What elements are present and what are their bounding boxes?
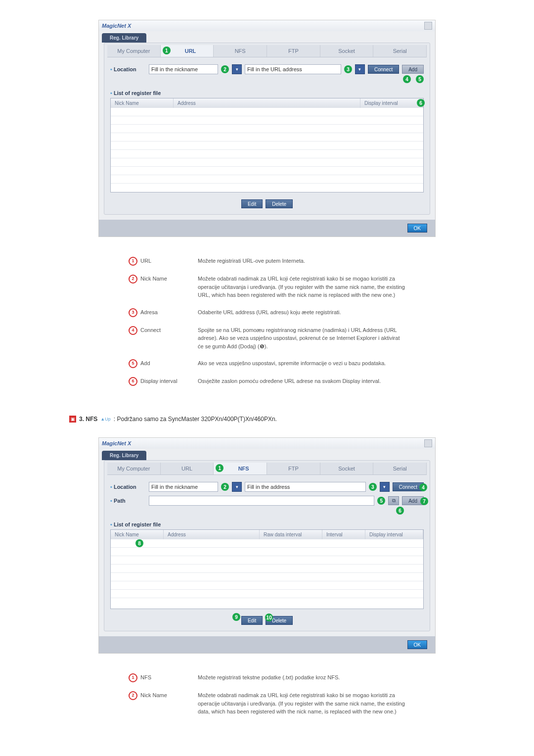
- tab-ftp[interactable]: FTP: [267, 463, 320, 474]
- table-row[interactable]: [111, 556, 423, 565]
- address-dropdown[interactable]: ▾: [380, 482, 390, 492]
- address-input[interactable]: [245, 482, 366, 492]
- term-nickname: Nick Name: [140, 691, 167, 700]
- bullet-3-icon: 3: [129, 308, 137, 317]
- ok-button[interactable]: OK: [407, 224, 427, 233]
- connect-button[interactable]: Connect: [368, 65, 399, 74]
- connect-button-label: Connect: [399, 484, 417, 490]
- desc-url: 1URL Možete registrirati URL-ove putem I…: [129, 257, 405, 266]
- text-nfs: Možete registrirati tekstne podatke (.tx…: [198, 673, 340, 682]
- text-add: Ako se veza uspješno uspostavi, spremite…: [198, 359, 386, 368]
- url-input[interactable]: [245, 64, 341, 74]
- table-row[interactable]: [111, 108, 423, 116]
- table-row[interactable]: [111, 125, 423, 133]
- nickname-input[interactable]: [149, 482, 218, 492]
- tab-serial[interactable]: Serial: [373, 463, 427, 474]
- url-dropdown[interactable]: ▾: [355, 64, 365, 74]
- table-row[interactable]: 8: [111, 539, 423, 548]
- list-header-label: List of register file: [110, 521, 424, 527]
- table-row[interactable]: [111, 573, 423, 581]
- tab-serial[interactable]: Serial: [373, 45, 427, 57]
- add-button[interactable]: Add: [402, 65, 424, 74]
- callout-9: 9: [232, 613, 240, 621]
- tab-my-computer[interactable]: My Computer: [107, 463, 161, 474]
- nickname-dropdown[interactable]: ▾: [232, 64, 242, 74]
- tab-nfs-label: NFS: [238, 466, 249, 472]
- text-display-interval: Osvježite zaslon pomoću određene URL adr…: [198, 377, 381, 386]
- table-row[interactable]: [111, 590, 423, 598]
- path-label: Path: [110, 498, 146, 504]
- text-adresa: Odaberite URL address (URL adresu) koju …: [198, 308, 341, 317]
- table-row[interactable]: [111, 175, 423, 184]
- reg-library-tab[interactable]: Reg. Library: [102, 451, 146, 460]
- connect-button[interactable]: Connect 4: [393, 482, 424, 491]
- table-head: Nick Name Address Display interval 6: [111, 98, 423, 108]
- list-header-label: List of register file: [110, 90, 424, 96]
- nickname-dropdown[interactable]: ▾: [232, 482, 242, 492]
- term-connect: Connect: [140, 326, 161, 334]
- col-address: Address: [174, 98, 360, 108]
- callout-8: 8: [135, 539, 143, 547]
- tab-my-computer[interactable]: My Computer: [107, 45, 161, 57]
- table-row[interactable]: [111, 565, 423, 573]
- path-input[interactable]: [149, 496, 374, 506]
- tab-nfs[interactable]: NFS: [214, 45, 267, 57]
- add-button-label: Add: [408, 67, 417, 72]
- callout-5: 5: [377, 497, 385, 505]
- tab-url[interactable]: URL: [161, 463, 214, 474]
- callout-row-6: 6: [104, 505, 430, 517]
- bullet-2-icon: 2: [129, 691, 137, 700]
- browse-button[interactable]: ⧉: [388, 496, 399, 505]
- table-row[interactable]: [111, 158, 423, 167]
- col-raw-interval: Raw data interval: [260, 530, 322, 539]
- minimize-button[interactable]: [424, 22, 432, 30]
- edit-button[interactable]: Edit: [241, 199, 263, 208]
- col-nickname: Nick Name: [111, 530, 164, 539]
- callout-3: 3: [344, 65, 352, 73]
- main-panel: My Computer 1 URL NFS FTP Socket Serial …: [104, 43, 430, 215]
- nickname-input[interactable]: [149, 64, 218, 74]
- tab-nfs[interactable]: 1 NFS: [214, 463, 267, 474]
- table-row[interactable]: [111, 142, 423, 150]
- table-row[interactable]: [111, 150, 423, 158]
- delete-button[interactable]: Delete: [266, 199, 293, 208]
- ok-row: OK: [99, 636, 435, 653]
- source-tabs: My Computer 1 URL NFS FTP Socket Serial: [107, 45, 427, 57]
- app-title: MagicNet X: [102, 23, 131, 29]
- delete-button[interactable]: Delete 10: [266, 616, 293, 625]
- up-link[interactable]: ▲Up: [100, 417, 110, 422]
- section-number-icon: ▣: [69, 416, 76, 423]
- callout-2: 2: [221, 483, 229, 491]
- term-nfs: NFS: [140, 673, 151, 682]
- col-display-interval-label: Display interval: [364, 100, 398, 106]
- bullet-6-icon: 6: [129, 377, 137, 386]
- location-label: Location: [110, 66, 146, 72]
- col-display-interval: Display interval 6: [360, 98, 423, 108]
- table-row[interactable]: [111, 548, 423, 556]
- titlebar: MagicNet X: [99, 20, 435, 31]
- location-row: Location 2 ▾ 3 ▾ Connect 4: [104, 480, 430, 494]
- table-row[interactable]: [111, 581, 423, 590]
- titlebar: MagicNet X: [99, 438, 435, 449]
- tab-socket[interactable]: Socket: [320, 463, 374, 474]
- desc-adresa: 3Adresa Odaberite URL address (URL adres…: [129, 308, 405, 317]
- app-title: MagicNet X: [102, 440, 131, 446]
- text-url: Možete registrirati URL-ove putem Intern…: [198, 257, 305, 266]
- table-head: Nick Name Address Raw data interval Inte…: [111, 530, 423, 539]
- table-body: 8: [111, 539, 423, 609]
- desc-nickname: 2Nick Name Možete odabrati nadimak za UR…: [129, 691, 405, 716]
- desc-add: 5Add Ako se veza uspješno uspostavi, spr…: [129, 359, 405, 368]
- minimize-button[interactable]: [424, 439, 432, 447]
- table-row[interactable]: [111, 116, 423, 125]
- table-row[interactable]: [111, 167, 423, 175]
- callout-1: 1: [163, 47, 171, 54]
- tab-socket[interactable]: Socket: [320, 45, 374, 57]
- callout-4: 4: [419, 483, 427, 491]
- reg-library-tab[interactable]: Reg. Library: [102, 33, 146, 43]
- table-row[interactable]: [111, 133, 423, 142]
- edit-button[interactable]: Edit: [241, 616, 263, 625]
- tab-url[interactable]: 1 URL: [161, 45, 214, 57]
- ok-button[interactable]: OK: [407, 640, 427, 649]
- tab-ftp[interactable]: FTP: [267, 45, 320, 57]
- add-button[interactable]: Add 7: [402, 496, 424, 505]
